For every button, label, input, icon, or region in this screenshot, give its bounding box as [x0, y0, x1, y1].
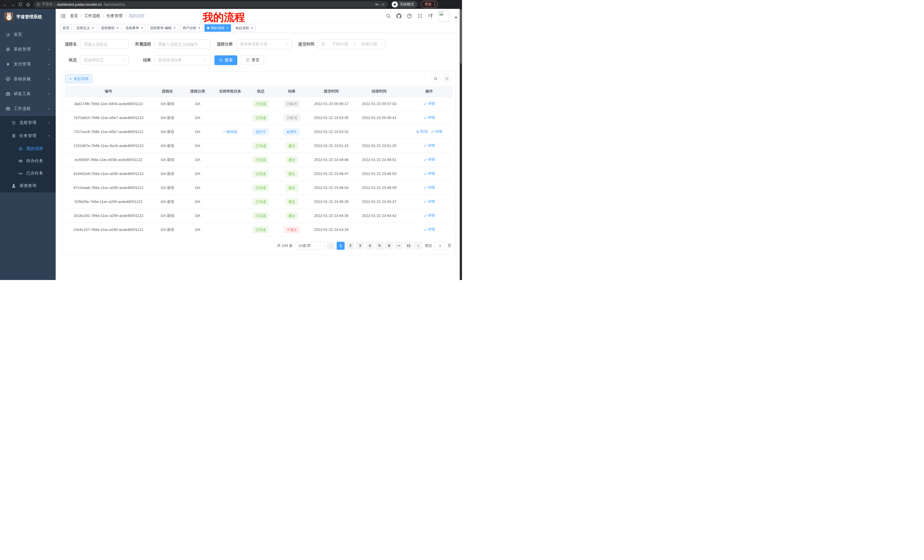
tab-3[interactable]: 流程表单× — [123, 24, 146, 32]
tab-7[interactable]: 发起流程× — [233, 24, 255, 32]
tab-close-icon[interactable]: × — [92, 26, 94, 30]
next-page-button[interactable]: › — [414, 242, 422, 250]
tab-2[interactable]: 流程模型× — [98, 24, 121, 32]
app-logo[interactable]: 芋道管理系统 — [0, 9, 56, 25]
page-button-4[interactable]: 4 — [366, 242, 374, 250]
user-avatar[interactable] — [438, 10, 449, 21]
tab-close-icon[interactable]: × — [117, 26, 118, 30]
prev-page-button[interactable]: ‹ — [327, 242, 335, 250]
current-task-link[interactable]: 一级审批 — [223, 129, 238, 135]
sidebar-item-8[interactable]: 我的流程 — [0, 142, 56, 155]
cell-submit-time: 2022-01-22 23:46:04 — [310, 181, 352, 195]
sidebar-item-10[interactable]: 已办任务 — [0, 167, 56, 179]
create-process-button[interactable]: 发起流程 — [65, 75, 92, 83]
sidebar-item-4[interactable]: 研发工具 — [0, 87, 56, 101]
action-detail-link[interactable]: 详情 — [423, 143, 435, 148]
bookmark-star-icon[interactable]: ☆ — [381, 2, 385, 7]
sidebar-item-2[interactable]: ¥支付管理 — [0, 57, 56, 72]
tab-close-icon[interactable]: × — [226, 26, 228, 30]
action-detail-link[interactable]: 详情 — [423, 115, 435, 120]
action-detail-link[interactable]: 详情 — [423, 171, 435, 176]
browser-reload-icon[interactable] — [18, 2, 22, 7]
tab-5[interactable]: 用户分组× — [180, 24, 203, 32]
font-size-icon[interactable]: TT — [428, 13, 433, 18]
action-detail-link[interactable]: 详情 — [423, 227, 435, 232]
toggle-search-button[interactable] — [432, 75, 440, 83]
page-button-1[interactable]: 1 — [337, 242, 345, 250]
action-detail-link[interactable]: 详情 — [431, 129, 442, 134]
sidebar-item-1[interactable]: 系统管理 — [0, 42, 56, 57]
tab-close-icon[interactable]: × — [174, 26, 176, 30]
chevron-down-icon — [47, 121, 51, 124]
breadcrumb-home[interactable]: 首页 — [70, 13, 78, 18]
page-button-11[interactable]: 11 — [405, 242, 412, 250]
sidebar-item-0[interactable]: 首页 — [0, 27, 56, 42]
cell-result: 通过 — [273, 181, 310, 195]
update-label[interactable]: 更新 — [424, 2, 432, 7]
browser-home-icon[interactable] — [26, 2, 30, 7]
breadcrumb-workflow[interactable]: 工作流程 — [84, 13, 100, 18]
action-detail-link[interactable]: 详情 — [423, 101, 435, 106]
help-icon[interactable] — [407, 13, 412, 18]
sidebar-toggle-icon[interactable] — [60, 13, 66, 19]
page-button-6[interactable]: 6 — [385, 242, 393, 250]
process-name-input[interactable] — [84, 42, 125, 46]
tab-close-icon[interactable]: × — [141, 26, 143, 30]
browser-back-icon[interactable]: ← — [3, 2, 7, 7]
header-search-icon[interactable] — [386, 13, 391, 18]
category-select[interactable]: 请选择流程分类 — [236, 39, 292, 49]
page-button-3[interactable]: 3 — [356, 242, 364, 250]
reset-button[interactable]: 重置 — [241, 55, 264, 65]
github-icon[interactable] — [396, 13, 402, 18]
page-button-2[interactable]: 2 — [346, 242, 354, 250]
action-detail-link[interactable]: 详情 — [423, 199, 435, 204]
avatar-dropdown-caret-icon[interactable] — [454, 17, 458, 18]
search-button[interactable]: 搜索 — [214, 55, 237, 65]
sidebar-item-7[interactable]: 任务管理 — [0, 129, 56, 142]
scrollbar-thumb[interactable] — [460, 9, 462, 64]
process-def-input[interactable] — [158, 42, 207, 46]
sidebar-item-5[interactable]: 工作流程 — [0, 101, 56, 116]
result-badge: 通过 — [285, 213, 298, 219]
browser-update-button[interactable]: 更新 — [421, 1, 438, 8]
page-button-5[interactable]: 5 — [375, 242, 384, 250]
address-bar[interactable]: 不安全 dashboard.yudao.iocoder.cn/bpm/task/… — [34, 1, 388, 8]
page-content: 流程名 所属流程 流程分类 请选择流程分类 — [56, 33, 462, 280]
window-scrollbar[interactable] — [460, 9, 462, 280]
sidebar-item-9[interactable]: 待办任务 — [0, 155, 56, 167]
action-detail-link[interactable]: 详情 — [423, 213, 435, 218]
tab-close-icon[interactable]: × — [198, 26, 200, 30]
action-cancel-link[interactable]: 取消 — [416, 129, 428, 134]
cell-id: 2152467e-7b9b-11ec-9a1b-acde48001122 — [65, 139, 152, 153]
url-host: dashboard.yudao.iocoder.cn — [57, 3, 102, 7]
cell-status: 已完成 — [248, 97, 273, 111]
security-label[interactable]: 不安全 — [42, 2, 53, 7]
sidebar-item-3[interactable]: 基础设施 — [0, 72, 56, 87]
goto-page-input[interactable] — [434, 242, 446, 250]
status-select[interactable]: 请选择状态 — [80, 55, 129, 65]
submit-time-range-picker[interactable]: 开始日期 - 结束日期 — [318, 39, 385, 49]
action-detail-link[interactable]: 详情 — [423, 185, 435, 190]
page-size-select[interactable]: 10条/页 — [296, 242, 324, 250]
browser-menu-kebab-icon[interactable] — [434, 3, 435, 6]
action-detail-link[interactable]: 详情 — [423, 157, 435, 162]
sidebar-item-6[interactable]: 流程管理 — [0, 116, 56, 129]
fullscreen-icon[interactable] — [417, 13, 423, 18]
cell-status: 已完成 — [248, 111, 273, 125]
tab-6[interactable]: 我的流程× — [204, 24, 231, 32]
result-select[interactable]: 请选择流结果 — [154, 55, 210, 65]
not-secure-warning-icon[interactable] — [36, 2, 40, 7]
browser-forward-icon[interactable]: → — [10, 2, 15, 7]
tab-close-icon[interactable]: × — [251, 26, 253, 30]
pager-ellipsis[interactable]: ••• — [395, 242, 403, 250]
chevron-down-icon — [47, 48, 51, 51]
tab-0[interactable]: 首页 — [60, 24, 72, 32]
refresh-table-button[interactable] — [443, 75, 452, 83]
sidebar-item-11[interactable]: 请假查询 — [0, 179, 56, 192]
tags-view: 首页流程定义×流程模型×流程表单×流程表单-编辑×用户分组×我的流程×发起流程× — [56, 23, 462, 33]
tab-4[interactable]: 流程表单-编辑× — [147, 24, 178, 32]
breadcrumb-task-mgmt[interactable]: 任务管理 — [106, 13, 123, 18]
tab-1[interactable]: 流程定义× — [74, 24, 96, 32]
cell-current-task — [213, 111, 248, 125]
password-key-icon[interactable] — [375, 2, 379, 7]
